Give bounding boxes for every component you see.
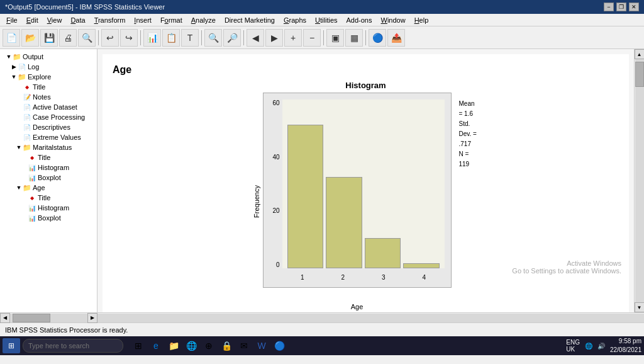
tree-item-descriptives[interactable]: 📄 Descriptives [0,122,97,132]
menu-help[interactable]: Help [411,15,433,25]
expand-maritalstatus-icon[interactable]: ▼ [15,144,23,151]
tree-item-output[interactable]: ▼ 📁 Output [0,52,97,62]
expand-output-icon[interactable]: ▼ [5,53,13,60]
menu-file[interactable]: File [3,15,21,25]
tree-item-age-histogram[interactable]: 📊 Histogram [0,203,97,213]
expand-case-processing-icon [15,113,23,121]
menu-utilities[interactable]: Utilities [311,15,341,25]
taskbar-taskview-icon[interactable]: ⊞ [131,338,146,353]
menu-view[interactable]: View [43,15,66,25]
left-h-scroll-thumb[interactable] [13,314,50,322]
taskbar-edge-icon[interactable]: e [148,338,164,353]
toolbar-go-forward[interactable]: ↪ [120,29,138,47]
content-area: Age Histogram Frequency 60 [103,54,629,312]
left-panel: ▼ 📁 Output ▶ 📄 Log ▼ 📁 Explore ◆ Title 📝… [0,49,97,312]
toolbar-insert-table[interactable]: 📋 [162,29,180,47]
toolbar-insert-text[interactable]: T [181,29,199,47]
toolbar-nav-prev[interactable]: ◀ [247,29,264,47]
chart-with-stats: 60 40 20 0 [263,93,479,310]
taskbar-spss-icon[interactable]: 🔵 [272,338,287,353]
tree-item-active-dataset[interactable]: 📄 Active Dataset [0,102,97,112]
toolbar-export[interactable]: 📤 [387,29,405,47]
toolbar-zoom-in[interactable]: 🔍 [204,29,222,47]
taskbar-edge2-icon[interactable]: 🌐 [184,338,199,353]
menu-addons[interactable]: Add-ons [343,15,376,25]
tree-item-ms-boxplot[interactable]: 📊 Boxplot [0,173,97,183]
menu-transform[interactable]: Transform [91,15,130,25]
bar-4 [403,263,440,268]
histogram-title: Histogram [253,81,479,90]
menu-edit[interactable]: Edit [23,15,42,25]
toolbar-add[interactable]: + [284,29,302,47]
toolbar-new[interactable]: 📄 [3,29,20,47]
tree-item-maritalstatus[interactable]: ▼ 📁 Maritalstatus [0,142,97,152]
tree-item-case-processing[interactable]: 📄 Case Processing [0,112,97,122]
menu-window[interactable]: Window [377,15,409,25]
h-scroll-left-btn[interactable]: ◀ [0,313,10,323]
toolbar-zoom-out[interactable]: 🔎 [223,29,241,47]
taskbar-locale-region: UK [566,346,580,353]
taskbar-volume-icon[interactable]: 🔊 [597,343,605,350]
toolbar-remove[interactable]: − [303,29,321,47]
tree-item-log[interactable]: ▶ 📄 Log [0,62,97,72]
menu-direct-marketing[interactable]: Direct Marketing [221,15,279,25]
tree-label-age-histogram: Histogram [38,204,69,212]
tree-item-age-title[interactable]: ◆ Title [0,193,97,203]
title-bar-text: *Output5 [Document5] - IBM SPSS Statisti… [5,3,165,11]
title-bar-controls: − ❐ ✕ [604,3,639,11]
close-button[interactable]: ✕ [629,3,639,11]
toolbar-insert-chart[interactable]: 📊 [143,29,161,47]
expand-descriptives-icon [15,123,23,131]
taskbar-clock[interactable]: 9:58 pm 22/08/2021 [610,337,641,355]
tree-item-notes[interactable]: 📝 Notes [0,92,97,102]
minimize-button[interactable]: − [604,3,614,11]
scroll-down-button[interactable]: ▼ [635,302,645,312]
restore-button[interactable]: ❐ [616,3,626,11]
expand-notes-icon [15,93,23,101]
tree-item-extreme-values[interactable]: 📄 Extreme Values [0,132,97,142]
title-icon: ◆ [23,82,31,91]
histogram-chart-area: Frequency 60 40 20 0 [253,93,479,310]
toolbar-output[interactable]: ▣ [326,29,344,47]
right-h-scroll-track[interactable] [97,314,644,322]
menu-insert[interactable]: Insert [130,15,155,25]
toolbar-find[interactable]: 🔍 [78,29,96,47]
scroll-track[interactable] [635,59,644,302]
tree-item-age-boxplot[interactable]: 📊 Boxplot [0,213,97,223]
taskbar-mail-icon[interactable]: ✉ [236,338,252,353]
tree-item-ms-title[interactable]: ◆ Title [0,152,97,162]
left-h-scroll-track[interactable] [10,314,87,322]
toolbar-output2[interactable]: ▦ [345,29,363,47]
toolbar-go-back[interactable]: ↩ [101,29,119,47]
menu-analyze[interactable]: Analyze [187,15,219,25]
toolbar-save[interactable]: 💾 [40,29,58,47]
scroll-thumb[interactable] [635,62,644,87]
tree-item-title[interactable]: ◆ Title [0,82,97,92]
toolbar-spss[interactable]: 🔵 [369,29,386,47]
toolbar-nav-next[interactable]: ▶ [265,29,283,47]
tree-label-extreme-values: Extreme Values [33,134,81,141]
taskbar-start-button[interactable]: ⊞ [3,338,20,353]
menu-format[interactable]: Format [157,15,186,25]
menu-data[interactable]: Data [67,15,89,25]
taskbar-chrome-icon[interactable]: ⊕ [201,338,216,353]
taskbar-lock-icon[interactable]: 🔒 [219,338,234,353]
tree-item-explore[interactable]: ▼ 📁 Explore [0,72,97,82]
toolbar-open[interactable]: 📂 [21,29,39,47]
h-scroll-right-btn[interactable]: ▶ [87,313,97,323]
expand-explore-icon[interactable]: ▼ [10,73,18,81]
menu-graphs[interactable]: Graphs [280,15,310,25]
tree-item-age[interactable]: ▼ 📁 Age [0,183,97,193]
bar-2 [326,177,362,268]
scroll-up-button[interactable]: ▲ [635,49,645,59]
chart-box: 60 40 20 0 [263,93,452,288]
tree-item-ms-histogram[interactable]: 📊 Histogram [0,162,97,173]
y-tick-40: 40 [272,154,279,161]
x-tick-2: 2 [341,274,345,281]
taskbar-explorer-icon[interactable]: 📁 [166,338,181,353]
expand-age-icon[interactable]: ▼ [15,184,23,191]
taskbar-word-icon[interactable]: W [254,338,269,353]
taskbar-search-input[interactable] [23,339,123,353]
expand-log-icon[interactable]: ▶ [10,63,18,71]
toolbar-print[interactable]: 🖨 [59,29,77,47]
